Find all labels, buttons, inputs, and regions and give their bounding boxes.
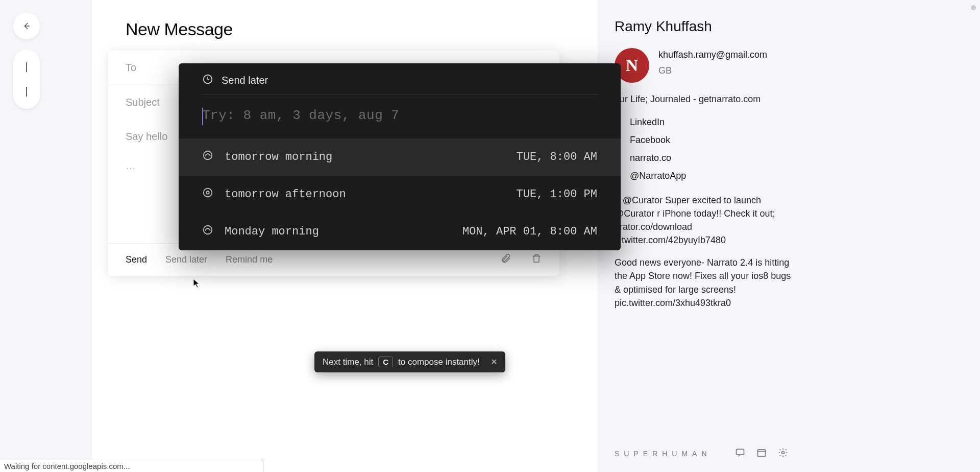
toast-key: C bbox=[378, 357, 393, 367]
send-button[interactable]: Send bbox=[126, 254, 147, 265]
send-later-input[interactable]: Try: 8 am, 3 days, aug 7 bbox=[179, 95, 621, 138]
brand-wordmark: SUPERHUMAN bbox=[615, 450, 712, 458]
svg-point-5 bbox=[204, 188, 212, 197]
calendar-button[interactable] bbox=[756, 447, 767, 460]
svg-rect-1 bbox=[758, 450, 766, 456]
compose-tip-toast: Next time, hit C to compose instantly! bbox=[314, 351, 505, 372]
page-title: New Message bbox=[126, 19, 579, 39]
notifications-button[interactable] bbox=[735, 447, 745, 460]
sunrise-icon bbox=[202, 150, 213, 164]
option-label: Monday morning bbox=[225, 225, 319, 238]
send-later-placeholder: Try: 8 am, 3 days, aug 7 bbox=[202, 108, 399, 123]
settings-button[interactable] bbox=[778, 447, 788, 460]
chevron-up-icon bbox=[26, 62, 27, 72]
close-icon bbox=[491, 359, 497, 365]
send-later-option-2[interactable]: Monday morning MON, APR 01, 8:00 AM bbox=[179, 213, 621, 250]
contact-email[interactable]: khuffash.ramy@gmail.com bbox=[658, 48, 767, 62]
popover-title: Send later bbox=[222, 75, 268, 86]
chat-icon bbox=[735, 447, 745, 458]
sunrise-icon bbox=[202, 224, 213, 239]
mouse-cursor bbox=[193, 278, 200, 291]
send-later-popover: Send later Try: 8 am, 3 days, aug 7 tomo… bbox=[179, 63, 621, 250]
social-facebook[interactable]: Facebook bbox=[615, 135, 800, 146]
discard-button[interactable] bbox=[531, 253, 542, 267]
svg-point-6 bbox=[206, 191, 209, 194]
paperclip-icon bbox=[500, 253, 511, 264]
prev-button[interactable] bbox=[26, 62, 27, 72]
back-button[interactable] bbox=[13, 13, 40, 39]
contact-name: Ramy Khuffash bbox=[615, 18, 800, 35]
subject-label: Subject bbox=[126, 97, 160, 108]
arrow-left-icon bbox=[22, 21, 31, 31]
svg-point-2 bbox=[782, 452, 785, 454]
trash-icon bbox=[531, 253, 542, 264]
send-later-option-0[interactable]: tomorrow morning TUE, 8:00 AM bbox=[179, 138, 621, 176]
to-label: To bbox=[126, 62, 136, 74]
tweet-2: Good news everyone- Narrato 2.4 is hitti… bbox=[615, 256, 800, 309]
send-later-button[interactable]: Send later bbox=[165, 254, 207, 265]
contact-bio: our Life; Journaled - getnarrato.com bbox=[615, 94, 800, 105]
option-label: tomorrow morning bbox=[225, 151, 332, 163]
toast-prefix: Next time, hit bbox=[323, 357, 373, 367]
social-list: LinkedIn Facebook narrato.co @NarratoApp bbox=[615, 117, 800, 181]
option-time: MON, APR 01, 8:00 AM bbox=[462, 225, 597, 238]
attach-button[interactable] bbox=[500, 253, 511, 267]
option-time: TUE, 8:00 AM bbox=[517, 151, 597, 163]
option-label: tomorrow afternoon bbox=[225, 188, 346, 201]
browser-status-bar: Waiting for content.googleapis.com... bbox=[0, 460, 263, 472]
scrollbar-thumb[interactable] bbox=[971, 5, 976, 10]
tweet-1: T @Curator Super excited to launch @Cura… bbox=[615, 194, 800, 247]
calendar-icon bbox=[756, 447, 767, 458]
text-cursor bbox=[202, 108, 203, 125]
svg-rect-0 bbox=[737, 449, 744, 455]
toast-close-button[interactable] bbox=[491, 357, 497, 367]
toast-suffix: to compose instantly! bbox=[398, 357, 480, 367]
social-website[interactable]: narrato.co bbox=[615, 153, 800, 163]
option-time: TUE, 1:00 PM bbox=[517, 188, 597, 201]
sun-icon bbox=[202, 187, 213, 202]
contact-sidebar: Ramy Khuffash N khuffash.ramy@gmail.com … bbox=[597, 0, 800, 472]
clock-icon bbox=[202, 74, 213, 87]
gear-icon bbox=[778, 447, 788, 458]
social-twitter[interactable]: @NarratoApp bbox=[615, 171, 800, 181]
next-button[interactable] bbox=[26, 87, 27, 96]
svg-point-4 bbox=[204, 151, 212, 160]
send-later-option-1[interactable]: tomorrow afternoon TUE, 1:00 PM bbox=[179, 176, 621, 213]
social-linkedin[interactable]: LinkedIn bbox=[615, 117, 800, 128]
remind-me-button[interactable]: Remind me bbox=[226, 254, 273, 265]
prev-next-pill bbox=[13, 50, 40, 109]
chevron-down-icon bbox=[26, 87, 27, 97]
contact-country: GB bbox=[658, 64, 767, 78]
svg-point-7 bbox=[204, 226, 212, 234]
